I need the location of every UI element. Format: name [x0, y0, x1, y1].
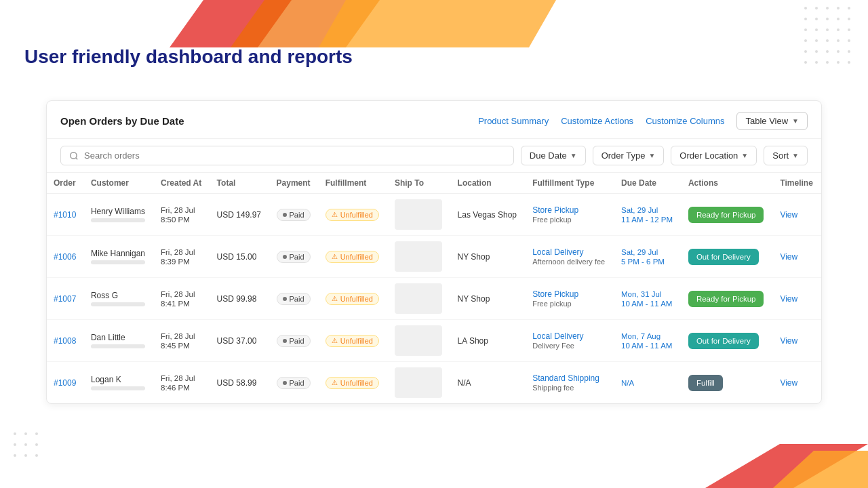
due-date-cell: Mon, 7 Aug10 AM - 11 AM	[614, 320, 682, 362]
order-link[interactable]: #1009	[54, 378, 76, 388]
product-summary-link[interactable]: Product Summary	[478, 116, 549, 126]
ship-to-cell	[388, 362, 451, 404]
sort-filter[interactable]: Sort ▼	[764, 146, 808, 165]
due-date-filter[interactable]: Due Date ▼	[521, 146, 586, 165]
order-link[interactable]: #1008	[54, 336, 76, 346]
due-date-cell: Mon, 31 Jul10 AM - 11 AM	[614, 278, 682, 320]
view-link[interactable]: View	[780, 294, 797, 304]
customer-cell: Logan K	[84, 362, 154, 404]
col-customer: Customer	[84, 173, 154, 194]
fulfillment-type-cell: Local Delivery Afternoon delivery fee	[526, 236, 614, 278]
customize-columns-link[interactable]: Customize Columns	[646, 116, 724, 126]
col-order: Order	[47, 173, 84, 194]
fulfillment-type-link[interactable]: Store Pickup	[532, 205, 578, 215]
page-title: User friendly dashboard and reports	[24, 46, 353, 68]
due-date-link[interactable]: Sat, 29 Jul11 AM - 12 PM	[621, 206, 673, 224]
timeline-cell: View	[773, 320, 821, 362]
svg-line-6	[76, 157, 78, 159]
table-row: #1008 Dan Little Fri, 28 Jul8:45 PM USD …	[47, 320, 821, 362]
payment-cell: Paid	[270, 278, 319, 320]
search-input[interactable]	[84, 150, 505, 161]
action-button[interactable]: Out for Delivery	[688, 249, 759, 265]
order-id-cell: #1008	[47, 320, 84, 362]
ship-to-image	[395, 367, 442, 398]
order-total: USD 149.97	[217, 210, 261, 220]
ship-to-image	[395, 241, 442, 272]
svg-marker-2	[319, 0, 556, 47]
action-button[interactable]: Fulfill	[688, 375, 723, 391]
view-link[interactable]: View	[780, 252, 797, 262]
payment-badge: Paid	[277, 377, 311, 389]
customer-cell: Mike Hannigan	[84, 236, 154, 278]
payment-cell: Paid	[270, 236, 319, 278]
fulfillment-cell: Unfulfilled	[319, 236, 388, 278]
fulfillment-type-link[interactable]: Store Pickup	[532, 289, 578, 299]
order-id-cell: #1007	[47, 278, 84, 320]
customer-cell: Henry Williams	[84, 194, 154, 236]
location-text: LA Shop	[458, 336, 488, 346]
table-header-row: Order Customer Created At Total Payment …	[47, 173, 821, 194]
location-cell: LA Shop	[451, 320, 526, 362]
created-date: Fri, 28 Jul8:41 PM	[161, 290, 195, 308]
location-text: NY Shop	[458, 294, 490, 304]
payment-badge: Paid	[277, 209, 311, 221]
ship-to-image	[395, 283, 442, 314]
action-button[interactable]: Ready for Pickup	[688, 207, 764, 223]
order-id-cell: #1010	[47, 194, 84, 236]
due-date-cell: Sat, 29 Jul11 AM - 12 PM	[614, 194, 682, 236]
due-date-cell: Sat, 29 Jul5 PM - 6 PM	[614, 236, 682, 278]
created-at-cell: Fri, 28 Jul8:50 PM	[154, 194, 210, 236]
col-ship-to: Ship To	[388, 173, 451, 194]
timeline-cell: View	[773, 278, 821, 320]
header-actions: Product Summary Customize Actions Custom…	[478, 112, 808, 130]
customize-actions-link[interactable]: Customize Actions	[561, 116, 633, 126]
col-due-date: Due Date	[614, 173, 682, 194]
fulfillment-cell: Unfulfilled	[319, 278, 388, 320]
customer-bar	[91, 386, 145, 390]
order-total: USD 15.00	[217, 252, 257, 262]
svg-point-5	[71, 152, 77, 158]
view-link[interactable]: View	[780, 378, 797, 388]
actions-cell: Ready for Pickup	[682, 194, 774, 236]
due-date-link[interactable]: Mon, 31 Jul10 AM - 11 AM	[621, 290, 672, 308]
created-at-cell: Fri, 28 Jul8:46 PM	[154, 362, 210, 404]
view-link[interactable]: View	[780, 210, 797, 220]
fulfillment-badge: Unfulfilled	[326, 209, 379, 221]
due-date-link[interactable]: Sat, 29 Jul5 PM - 6 PM	[621, 248, 665, 266]
fulfillment-type-link[interactable]: Local Delivery	[532, 247, 583, 257]
fulfillment-type-link[interactable]: Local Delivery	[532, 331, 583, 341]
order-id-cell: #1009	[47, 362, 84, 404]
fulfillment-type-link[interactable]: Standard Shipping	[532, 373, 599, 383]
due-date-link[interactable]: Mon, 7 Aug10 AM - 11 AM	[621, 332, 672, 350]
ship-to-cell	[388, 278, 451, 320]
actions-cell: Fulfill	[682, 362, 774, 404]
created-at-cell: Fri, 28 Jul8:41 PM	[154, 278, 210, 320]
card-title: Open Orders by Due Date	[60, 115, 184, 127]
search-filter-row: Due Date ▼ Order Type ▼ Order Location ▼…	[47, 139, 821, 173]
table-view-button[interactable]: Table View ▼	[736, 112, 808, 130]
actions-cell: Out for Delivery	[682, 236, 774, 278]
payment-badge: Paid	[277, 251, 311, 263]
payment-cell: Paid	[270, 320, 319, 362]
total-cell: USD 15.00	[210, 236, 270, 278]
order-type-filter[interactable]: Order Type ▼	[593, 146, 665, 165]
col-payment: Payment	[270, 173, 319, 194]
action-button[interactable]: Ready for Pickup	[688, 291, 764, 307]
customer-name: Ross G	[91, 291, 147, 300]
view-link[interactable]: View	[780, 336, 797, 346]
search-icon	[69, 151, 79, 161]
fulfillment-type-cell: Store Pickup Free pickup	[526, 278, 614, 320]
order-link[interactable]: #1010	[54, 210, 76, 220]
customer-cell: Ross G	[84, 278, 154, 320]
table-view-label: Table View	[745, 116, 788, 126]
location-text: N/A	[458, 378, 471, 388]
fulfillment-cell: Unfulfilled	[319, 362, 388, 404]
customer-bar	[91, 218, 145, 222]
action-button[interactable]: Out for Delivery	[688, 333, 759, 349]
due-date-link[interactable]: N/A	[621, 379, 634, 387]
svg-marker-3	[705, 444, 868, 488]
order-location-filter[interactable]: Order Location ▼	[671, 146, 757, 165]
fulfillment-badge: Unfulfilled	[326, 377, 379, 389]
order-link[interactable]: #1007	[54, 294, 76, 304]
order-link[interactable]: #1006	[54, 252, 76, 262]
